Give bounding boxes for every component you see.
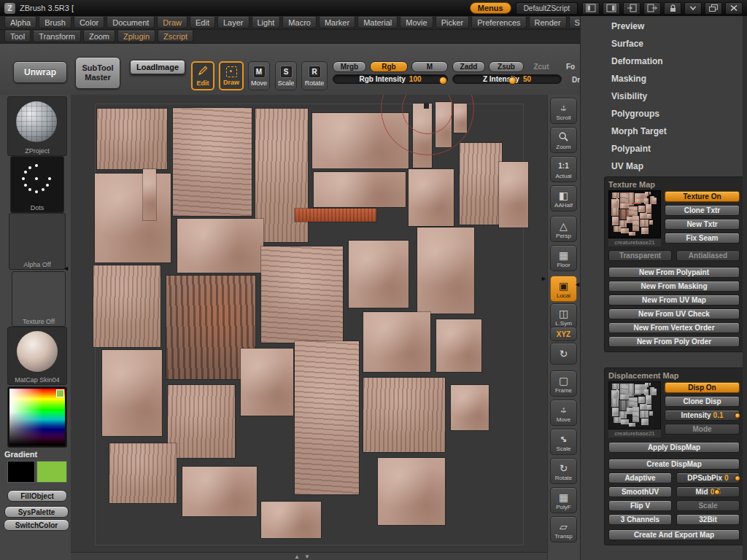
menu-light[interactable]: Light <box>252 17 281 28</box>
draw-mode-button[interactable]: Draw <box>219 61 244 90</box>
alpha-thumbnail[interactable]: Alpha Off <box>9 213 66 270</box>
disp-on-button[interactable]: Disp On <box>665 382 740 393</box>
canvas-divider-handle[interactable]: ► <box>541 276 547 282</box>
minimize-icon[interactable] <box>684 2 702 15</box>
texture-on-button[interactable]: Texture On <box>665 191 740 202</box>
secondary-color-swatch[interactable] <box>7 461 35 483</box>
material-thumbnail[interactable]: MatCap Skin04 <box>7 327 67 385</box>
displacement-map-thumbnail[interactable] <box>608 381 661 429</box>
new-from-uv-map-button[interactable]: New From UV Map <box>608 295 740 306</box>
l-sym-tool-button[interactable]: ◫L.Sym <box>550 303 577 330</box>
local-tool-button[interactable]: ▣Local <box>550 276 577 302</box>
load-image-button[interactable]: LoadImage <box>130 60 185 74</box>
menu-tool[interactable]: Tool <box>4 31 31 42</box>
sys-palette-button[interactable]: SysPalette <box>4 506 69 518</box>
persp-tool-button[interactable]: △Persp <box>550 216 577 242</box>
zcut-button[interactable]: Zcut <box>527 61 556 72</box>
doc-import-icon[interactable] <box>623 2 640 15</box>
tray-right-icon[interactable] <box>603 2 620 15</box>
palette-section-surface[interactable]: Surface <box>581 35 747 52</box>
zsub-button[interactable]: Zsub <box>489 61 524 72</box>
current-tool-thumbnail[interactable]: ZProject <box>7 96 67 156</box>
polyf-tool-button[interactable]: ▦PolyF <box>550 487 577 513</box>
palette-section-uv-map[interactable]: UV Map <box>581 158 747 175</box>
z-intensity-slider[interactable]: Z Intensity 50 <box>452 74 562 84</box>
spin-tool-button[interactable]: ↻ <box>550 343 577 365</box>
stroke-thumbnail[interactable]: Dots <box>10 156 64 213</box>
menu-transform[interactable]: Transform <box>33 31 81 42</box>
scroll-down-icon[interactable]: ▼ <box>304 553 310 560</box>
floor-tool-button[interactable]: ▦Floor <box>550 245 577 271</box>
antialiased-toggle[interactable]: Antialiased <box>676 250 740 261</box>
menu-layer[interactable]: Layer <box>217 17 249 28</box>
palette-section-polygroups[interactable]: Polygroups <box>581 105 747 122</box>
left-tray-divider-handle[interactable]: ◄ <box>63 265 69 272</box>
palette-section-deformation[interactable]: Deformation <box>581 52 747 70</box>
mode-button[interactable]: Mode <box>665 424 740 435</box>
slider-knob[interactable] <box>508 77 516 85</box>
menu-alpha[interactable]: Alpha <box>4 17 36 28</box>
move-mode-button[interactable]: M Move <box>248 61 270 90</box>
menu-document[interactable]: Document <box>107 17 155 28</box>
mrgb-button[interactable]: Mrgb <box>333 61 366 72</box>
apply-dispmap-button[interactable]: Apply DispMap <box>608 442 740 453</box>
create-dispmap-button[interactable]: Create DispMap <box>608 459 740 470</box>
slider-knob[interactable] <box>439 77 447 85</box>
texture-map-thumbnail[interactable] <box>608 190 661 238</box>
menu-marker[interactable]: Marker <box>319 17 355 28</box>
edit-mode-button[interactable]: Edit <box>191 61 214 90</box>
smooth-uv-button[interactable]: SmoothUV <box>608 486 672 497</box>
slider-knob[interactable] <box>735 475 740 481</box>
scroll-tool-button[interactable]: ↔↕Scroll <box>550 98 577 124</box>
new-from-vertex-order-button[interactable]: New From Vertex Order <box>608 322 740 333</box>
menu-zplugin[interactable]: Zplugin <box>117 31 155 42</box>
menus-button[interactable]: Menus <box>470 2 511 14</box>
menu-brush[interactable]: Brush <box>39 17 71 28</box>
rotate-mode-button[interactable]: R Rotate <box>301 61 328 90</box>
rgb-button[interactable]: Rgb <box>370 61 408 72</box>
clone-txtr-button[interactable]: Clone Txtr <box>665 205 740 216</box>
tray-left-icon[interactable] <box>582 2 600 15</box>
palette-section-visibility[interactable]: Visibility <box>581 88 747 105</box>
close-icon[interactable] <box>725 2 743 15</box>
fix-seam-button[interactable]: Fix Seam <box>665 233 740 244</box>
new-from-poly-order-button[interactable]: New From Poly Order <box>608 336 740 347</box>
m-button[interactable]: M <box>411 61 448 72</box>
rotate-tool-button[interactable]: ↻Rotate <box>550 458 577 484</box>
new-from-uv-check-button[interactable]: New From UV Check <box>608 308 740 319</box>
new-from-polypaint-button[interactable]: New From Polypaint <box>608 267 740 278</box>
restore-icon[interactable] <box>705 2 722 15</box>
primary-color-swatch[interactable] <box>36 461 67 483</box>
move-tool-button[interactable]: ↔↕Move <box>550 400 577 426</box>
menu-draw[interactable]: Draw <box>157 17 187 28</box>
new-from-masking-button[interactable]: New From Masking <box>608 281 740 292</box>
menu-macro[interactable]: Macro <box>282 17 317 28</box>
scale-tool-button[interactable]: ↖↘Scale <box>550 429 577 455</box>
displacement-map-header[interactable]: Displacement Map <box>608 370 740 381</box>
menu-material[interactable]: Material <box>357 17 398 28</box>
slider-knob[interactable] <box>735 413 740 419</box>
actual-tool-button[interactable]: 1:1Actual <box>550 156 577 182</box>
aahalf-tool-button[interactable]: ◧AAHalf <box>550 185 577 211</box>
menu-picker[interactable]: Picker <box>436 17 470 28</box>
unwrap-button[interactable]: Unwrap <box>13 61 67 83</box>
menu-zscript[interactable]: Zscript <box>158 31 193 42</box>
fill-object-button[interactable]: FillObject <box>7 490 67 502</box>
document-canvas[interactable] <box>71 95 547 552</box>
menu-movie[interactable]: Movie <box>400 17 433 28</box>
flip-v-button[interactable]: Flip V <box>608 500 672 511</box>
clone-disp-button[interactable]: Clone Disp <box>665 396 740 407</box>
transp-tool-button[interactable]: ▱Transp <box>550 516 577 542</box>
xyz-tool-button[interactable]: XYZ <box>550 327 577 341</box>
panel-scrollbar[interactable] <box>743 16 747 560</box>
zscript-button[interactable]: DefaultZScript <box>516 2 578 15</box>
palette-section-preview[interactable]: Preview <box>581 18 747 35</box>
new-txtr-button[interactable]: New Txtr <box>665 219 740 230</box>
disp-intensity-slider[interactable]: Intensity 0.1 <box>665 410 740 421</box>
menu-edit[interactable]: Edit <box>190 17 215 28</box>
menu-preferences[interactable]: Preferences <box>471 17 526 28</box>
create-and-export-map-button[interactable]: Create And Export Map <box>608 529 740 540</box>
channels-button[interactable]: 3 Channels <box>608 514 672 525</box>
scale-mode-button[interactable]: S Scale <box>275 61 297 90</box>
color-picker[interactable] <box>7 386 67 448</box>
